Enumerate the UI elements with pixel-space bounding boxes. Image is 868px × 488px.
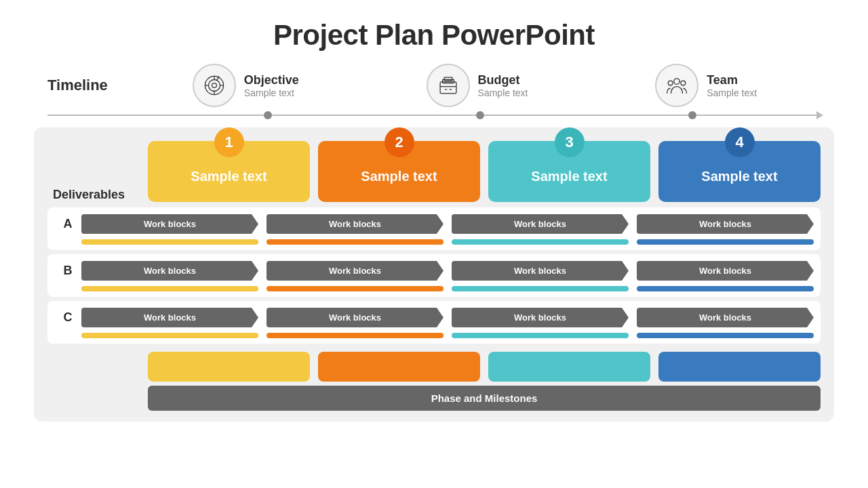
work-blocks-row-c: Work blocks Work blocks Work blocks Work… bbox=[81, 308, 814, 327]
work-block-b4: Work blocks bbox=[637, 261, 814, 281]
svg-point-14 bbox=[674, 79, 680, 85]
work-block-a1: Work blocks bbox=[81, 214, 258, 234]
svg-rect-10 bbox=[444, 77, 452, 81]
team-subtitle: Sample text bbox=[707, 87, 757, 98]
svg-point-16 bbox=[681, 81, 686, 85]
work-block-c4: Work blocks bbox=[637, 308, 814, 327]
progress-b3 bbox=[452, 286, 629, 291]
milestone-color-bars bbox=[148, 352, 821, 382]
row-letter-c: C bbox=[54, 310, 81, 325]
row-letter-b: B bbox=[54, 264, 81, 278]
timeline-item-budget: Budget Sample text bbox=[427, 64, 528, 107]
row-letter-a: A bbox=[54, 217, 81, 231]
team-icon-circle bbox=[655, 64, 698, 107]
budget-text: Budget Sample text bbox=[478, 73, 528, 98]
timeline-arrow-icon bbox=[816, 111, 823, 119]
row-section-a: A Work blocks Work blocks Work blocks Wo… bbox=[47, 207, 821, 250]
milestone-bar-4 bbox=[658, 352, 821, 382]
svg-rect-8 bbox=[440, 82, 456, 94]
timeline-dot-3 bbox=[688, 111, 696, 119]
budget-title: Budget bbox=[478, 73, 528, 87]
milestone-label-row: Phase and Milestones bbox=[148, 386, 821, 411]
phase-4-text: Sample text bbox=[701, 169, 777, 184]
objective-icon-circle bbox=[193, 64, 236, 107]
team-text: Team Sample text bbox=[707, 73, 757, 98]
phase-1-text: Sample text bbox=[191, 169, 267, 184]
phase-card-4: 4 Sample text bbox=[658, 141, 821, 202]
work-block-b3: Work blocks bbox=[452, 261, 629, 281]
milestone-content: Phase and Milestones bbox=[148, 352, 821, 411]
progress-row-b bbox=[81, 286, 814, 291]
row-section-b: B Work blocks Work blocks Work blocks Wo… bbox=[47, 254, 821, 297]
progress-b1 bbox=[81, 286, 258, 291]
main-panel: Deliverables 1 Sample text 2 Sample text… bbox=[34, 127, 834, 422]
phase-card-2: 2 Sample text bbox=[318, 141, 480, 202]
phase-cards: 1 Sample text 2 Sample text 3 Sample tex… bbox=[148, 141, 821, 202]
work-block-b2: Work blocks bbox=[267, 261, 443, 281]
progress-b4 bbox=[637, 286, 814, 291]
phase-card-3: 3 Sample text bbox=[488, 141, 650, 202]
work-blocks-row-a: Work blocks Work blocks Work blocks Work… bbox=[81, 214, 814, 234]
svg-point-1 bbox=[208, 80, 220, 92]
progress-a3 bbox=[452, 239, 629, 245]
svg-point-15 bbox=[668, 81, 673, 85]
page-title: Project Plan PowerPoint bbox=[273, 19, 595, 52]
work-block-c1: Work blocks bbox=[81, 308, 258, 327]
timeline-dot-2 bbox=[476, 111, 484, 119]
target-icon bbox=[203, 74, 226, 97]
milestone-bar-2 bbox=[318, 352, 480, 382]
objective-subtitle: Sample text bbox=[244, 87, 299, 98]
progress-row-a bbox=[81, 239, 814, 245]
objective-title: Objective bbox=[244, 73, 299, 87]
work-row-b: B Work blocks Work blocks Work blocks Wo… bbox=[54, 261, 814, 281]
work-row-a: A Work blocks Work blocks Work blocks Wo… bbox=[54, 214, 814, 234]
phase-2-badge: 2 bbox=[384, 127, 414, 157]
budget-subtitle: Sample text bbox=[478, 87, 528, 98]
work-block-a2: Work blocks bbox=[267, 214, 443, 234]
phase-3-badge: 3 bbox=[555, 127, 585, 157]
timeline-item-team: Team Sample text bbox=[655, 64, 757, 107]
phase-card-1: 1 Sample text bbox=[148, 141, 310, 202]
work-block-a3: Work blocks bbox=[452, 214, 629, 234]
team-icon bbox=[665, 74, 688, 97]
deliverables-header: Deliverables 1 Sample text 2 Sample text… bbox=[47, 141, 821, 202]
work-block-a4: Work blocks bbox=[637, 214, 814, 234]
timeline-line bbox=[47, 115, 821, 116]
phase-1-badge: 1 bbox=[214, 127, 244, 157]
budget-icon bbox=[437, 74, 460, 97]
phase-4-badge: 4 bbox=[725, 127, 755, 157]
milestone-bar-3 bbox=[488, 352, 650, 382]
progress-row-c bbox=[81, 333, 814, 338]
timeline-label: Timeline bbox=[47, 77, 129, 94]
timeline-bar: Timeline Objective Sample text bbox=[34, 64, 834, 107]
row-section-c: C Work blocks Work blocks Work blocks Wo… bbox=[47, 301, 821, 344]
timeline-dot-1 bbox=[264, 111, 272, 119]
work-block-c3: Work blocks bbox=[452, 308, 629, 327]
phase-2-text: Sample text bbox=[361, 169, 437, 184]
team-title: Team bbox=[707, 73, 757, 87]
progress-a4 bbox=[637, 239, 814, 245]
milestone-section: Phase and Milestones bbox=[47, 352, 821, 411]
milestone-bar-1 bbox=[148, 352, 310, 382]
timeline-items: Objective Sample text Budget Sample text bbox=[129, 64, 821, 107]
progress-c2 bbox=[267, 333, 443, 338]
progress-b2 bbox=[267, 286, 443, 291]
work-row-c: C Work blocks Work blocks Work blocks Wo… bbox=[54, 308, 814, 327]
progress-a1 bbox=[81, 239, 258, 245]
work-blocks-row-b: Work blocks Work blocks Work blocks Work… bbox=[81, 261, 814, 281]
timeline-item-objective: Objective Sample text bbox=[193, 64, 299, 107]
svg-point-2 bbox=[212, 83, 216, 88]
progress-a2 bbox=[267, 239, 443, 245]
progress-c4 bbox=[637, 333, 814, 338]
deliverables-label: Deliverables bbox=[47, 188, 148, 202]
milestone-label-bar: Phase and Milestones bbox=[148, 386, 821, 411]
phase-3-text: Sample text bbox=[531, 169, 607, 184]
work-block-b1: Work blocks bbox=[81, 261, 258, 281]
work-block-c2: Work blocks bbox=[267, 308, 443, 327]
timeline-line-container bbox=[34, 108, 834, 122]
progress-c1 bbox=[81, 333, 258, 338]
budget-icon-circle bbox=[427, 64, 470, 107]
objective-text: Objective Sample text bbox=[244, 73, 299, 98]
progress-c3 bbox=[452, 333, 629, 338]
